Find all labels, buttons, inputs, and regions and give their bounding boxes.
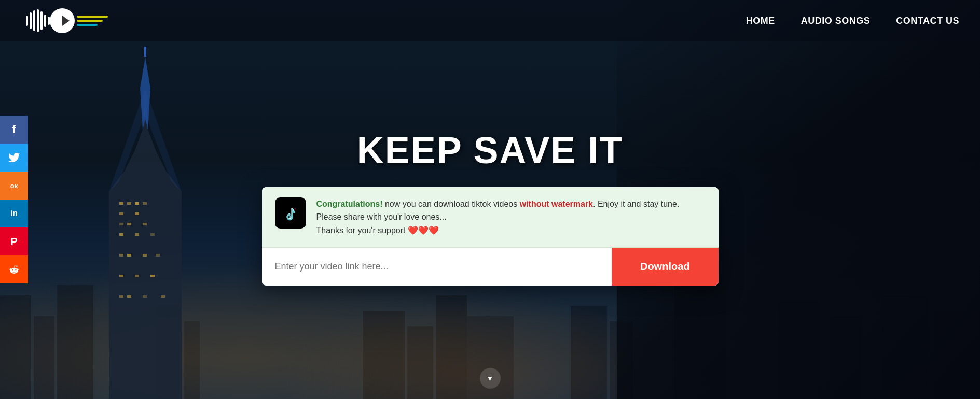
scroll-indicator[interactable]	[480, 368, 501, 389]
card-container: Congratulations! now you can download ti…	[262, 187, 719, 286]
nav-audio-songs[interactable]: AUDIO SONGS	[801, 16, 871, 26]
svg-rect-52	[77, 16, 108, 18]
social-facebook[interactable]: f	[0, 116, 28, 144]
video-link-input[interactable]	[262, 248, 612, 285]
download-button[interactable]: Download	[612, 248, 719, 286]
svg-rect-45	[33, 10, 35, 31]
svg-rect-44	[30, 12, 32, 29]
thanks-text: Thanks for you'r support ❤️❤️❤️	[316, 224, 706, 237]
nav-links: HOME AUDIO SONGS CONTACT US	[746, 16, 959, 26]
svg-rect-49	[48, 17, 50, 25]
logo[interactable]	[21, 5, 135, 36]
highlight-text: without watermark	[520, 200, 593, 208]
social-twitter[interactable]	[0, 144, 28, 172]
svg-rect-46	[37, 9, 39, 32]
input-row: Download	[262, 248, 719, 286]
main-message: now you can download tiktok videos	[383, 200, 520, 208]
social-pinterest[interactable]: P	[0, 227, 28, 255]
success-message: Congratulations! now you can download ti…	[316, 197, 706, 237]
social-odnoklassniki[interactable]: ок	[0, 172, 28, 200]
success-banner: Congratulations! now you can download ti…	[262, 187, 719, 248]
tiktok-icon	[275, 197, 306, 229]
nav-home[interactable]: HOME	[746, 16, 775, 26]
svg-rect-54	[77, 24, 98, 26]
social-linkedin[interactable]: in	[0, 200, 28, 227]
social-reddit[interactable]	[0, 255, 28, 283]
hero-title: KEEP SAVE IT	[357, 129, 623, 172]
svg-rect-53	[77, 20, 103, 22]
congratulations-text: Congratulations!	[316, 200, 383, 208]
navbar: HOME AUDIO SONGS CONTACT US	[0, 0, 980, 41]
svg-rect-48	[44, 15, 46, 27]
nav-contact-us[interactable]: CONTACT US	[896, 16, 959, 26]
svg-rect-43	[26, 16, 28, 26]
svg-rect-47	[40, 11, 43, 30]
main-content: KEEP SAVE IT Congratulations! now you ca…	[0, 0, 980, 399]
social-sidebar: f ок in P	[0, 116, 28, 283]
